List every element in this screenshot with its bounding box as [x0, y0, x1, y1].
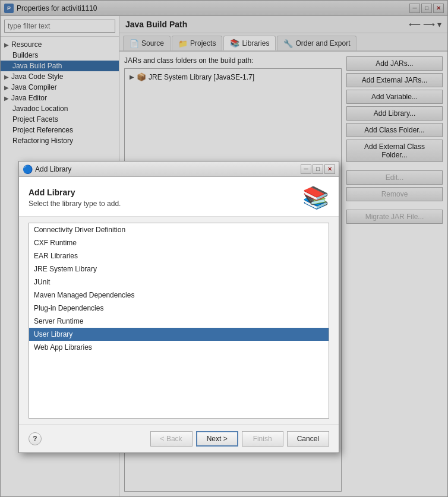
back-button[interactable]: < Back	[150, 431, 193, 447]
library-item-ear[interactable]: EAR Libraries	[29, 249, 329, 262]
dialog-minimize-button[interactable]: ─	[301, 164, 311, 174]
library-item-server[interactable]: Server Runtime	[29, 315, 329, 328]
library-list[interactable]: Connectivity Driver Definition CXF Runti…	[29, 223, 329, 419]
dialog-title-bar: 🔵 Add Library ─ □ ✕	[19, 162, 339, 177]
dialog-title-icon: 🔵	[23, 164, 32, 174]
library-icon: 📚	[302, 185, 329, 210]
dialog-title-buttons: ─ □ ✕	[301, 164, 335, 174]
add-library-dialog: 🔵 Add Library ─ □ ✕ Add Library Select t…	[18, 161, 339, 453]
dialog-body: Add Library Select the library type to a…	[19, 177, 339, 452]
help-button[interactable]: ?	[29, 432, 42, 445]
cancel-button[interactable]: Cancel	[287, 431, 329, 447]
dialog-overlay: 🔵 Add Library ─ □ ✕ Add Library Select t…	[1, 1, 447, 496]
library-item-junit[interactable]: JUnit	[29, 276, 329, 289]
dialog-footer-right: < Back Next > Finish Cancel	[150, 431, 329, 447]
dialog-maximize-button[interactable]: □	[313, 164, 323, 174]
dialog-close-button[interactable]: ✕	[324, 164, 335, 174]
dialog-header-text: Add Library Select the library type to a…	[29, 188, 121, 208]
library-item-maven[interactable]: Maven Managed Dependencies	[29, 289, 329, 302]
library-list-wrap: Connectivity Driver Definition CXF Runti…	[19, 217, 339, 425]
library-item-plugin[interactable]: Plug-in Dependencies	[29, 302, 329, 315]
main-window: P Properties for activiti1110 ─ □ ✕ ▶ Re…	[0, 0, 448, 497]
dialog-footer-left: ?	[29, 432, 42, 445]
dialog-footer: ? < Back Next > Finish Cancel	[19, 425, 339, 452]
dialog-heading: Add Library	[29, 188, 121, 197]
dialog-subheading: Select the library type to add.	[29, 200, 121, 208]
next-button[interactable]: Next >	[196, 431, 238, 447]
library-item-jre[interactable]: JRE System Library	[29, 262, 329, 276]
dialog-title-text: Add Library	[35, 165, 71, 173]
library-item-webapp[interactable]: Web App Libraries	[29, 341, 329, 354]
finish-button[interactable]: Finish	[242, 431, 283, 447]
library-item-cxf[interactable]: CXF Runtime	[29, 236, 329, 249]
dialog-header: Add Library Select the library type to a…	[19, 177, 339, 217]
library-item-connectivity[interactable]: Connectivity Driver Definition	[29, 223, 329, 236]
library-item-user[interactable]: User Library	[29, 328, 329, 341]
